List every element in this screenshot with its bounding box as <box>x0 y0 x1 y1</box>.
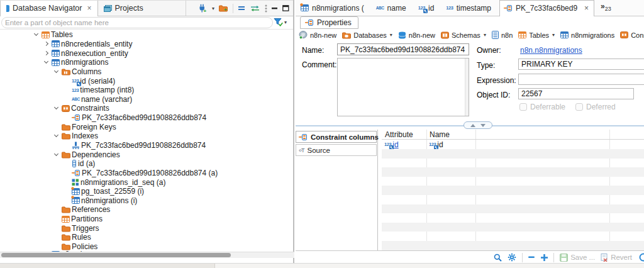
name-field[interactable] <box>337 43 469 55</box>
maximize-icon[interactable] <box>282 5 289 11</box>
editor-tab[interactable]: ABCname <box>372 0 414 16</box>
tree-item[interactable]: pg_toast_22559 (i) <box>0 187 293 196</box>
chevron-down-icon[interactable]: ▾ <box>552 32 555 38</box>
tab-properties[interactable]: Properties <box>300 16 358 29</box>
breadcrumb-item[interactable]: n8n-new <box>398 31 435 39</box>
view-menu-icon[interactable] <box>265 4 267 13</box>
editor-tab[interactable]: 123id <box>414 0 443 16</box>
chevron-down-icon[interactable]: ▾ <box>484 32 486 38</box>
tree-item[interactable]: id (a) <box>0 159 293 169</box>
table-orange-icon <box>62 216 70 223</box>
save-button[interactable]: Save ... <box>560 254 595 262</box>
collapse-arrow-icon[interactable] <box>54 133 58 137</box>
collapse-down-icon[interactable] <box>480 124 486 127</box>
tree-item[interactable]: Foreign Keys <box>0 122 293 131</box>
collapse-arrow-icon[interactable] <box>54 152 58 156</box>
new-connection-icon[interactable]: + <box>197 4 207 13</box>
breadcrumb-item[interactable]: n8n-new <box>299 31 336 39</box>
collapse-up-icon[interactable] <box>470 124 475 127</box>
tree-item-label: Indexes <box>72 131 98 140</box>
tree-item[interactable]: n8nexecution_entity <box>0 48 293 58</box>
tree-item[interactable]: Policies <box>0 242 293 252</box>
type-field[interactable] <box>518 59 644 70</box>
breadcrumb-item[interactable]: Schemas▾ <box>441 31 486 39</box>
tree-item[interactable]: ABCname (varchar) <box>0 94 293 104</box>
collapse-arrow-icon[interactable] <box>54 69 58 73</box>
owner-link[interactable]: n8n.n8nmigrations <box>520 46 582 55</box>
object-id-field[interactable] <box>518 88 634 99</box>
tree-item[interactable]: Triggers <box>0 223 293 233</box>
tab-label: PK_7c33fac6bed9 <box>516 4 577 13</box>
deferrable-checkbox[interactable]: Deferrable <box>519 103 565 111</box>
tree-item[interactable]: PK_7c33fac6bed99d1908826ddb874 (a) <box>0 169 293 178</box>
expression-field[interactable] <box>518 74 644 85</box>
tab-database-navigator[interactable]: Database Navigator × <box>0 1 98 16</box>
refresh-icon[interactable] <box>638 253 644 262</box>
tree-item[interactable]: PK_7c33fac6bed99d1908826ddb874 <box>0 141 293 150</box>
deferred-checkbox[interactable]: Deferred <box>575 103 616 111</box>
tree-item[interactable]: n8nmigrations <box>0 58 293 67</box>
collapse-all-icon[interactable] <box>238 5 245 11</box>
tree-item[interactable]: n8ncredentials_entity <box>0 40 293 49</box>
header-name[interactable]: Name <box>426 130 475 139</box>
collapse-icon[interactable] <box>528 256 535 259</box>
tree-item[interactable]: References <box>0 205 293 215</box>
editor-tab[interactable]: n8nmigrations ( <box>297 0 372 16</box>
tree-item[interactable]: Constraints <box>0 104 293 113</box>
tree-item[interactable]: n8nmigrations (i) <box>0 196 293 206</box>
tree-item[interactable]: 123id (serial4) <box>0 76 293 86</box>
attribute-cell[interactable]: 123id <box>382 140 426 149</box>
expand-arrow-icon[interactable] <box>44 51 48 55</box>
splitter-collapse-control[interactable] <box>464 121 492 129</box>
tree-item[interactable]: PK_7c33fac6bed99d1908826ddb874 <box>0 113 293 123</box>
comment-scrollbar[interactable] <box>465 59 469 116</box>
tree-item[interactable]: 123timestamp (int8) <box>0 86 293 95</box>
scrollbar-thumb[interactable] <box>1 253 231 257</box>
tree-item[interactable]: n8nmigrations_id_seq (a) <box>0 177 293 187</box>
expand-icon[interactable] <box>541 254 548 261</box>
editor-tab[interactable]: 123timestamp <box>442 0 499 16</box>
collapse-arrow-icon[interactable] <box>34 31 38 36</box>
tree-item[interactable]: Tables <box>0 30 293 40</box>
chevron-down-icon[interactable]: ▾ <box>390 32 392 38</box>
breadcrumb-item[interactable]: Constraints▾ <box>620 31 644 39</box>
gear-icon[interactable] <box>508 253 516 262</box>
tree-item[interactable]: Partitions <box>0 215 293 224</box>
expand-arrow-icon[interactable] <box>44 42 48 46</box>
close-icon[interactable]: × <box>584 4 589 13</box>
checkbox-icon[interactable] <box>575 103 583 111</box>
object-filter-input[interactable] <box>2 18 272 28</box>
comment-field[interactable] <box>337 58 469 116</box>
tree-item[interactable]: Columns <box>0 67 293 77</box>
breadcrumb-item[interactable]: Tables▾ <box>518 31 555 39</box>
editor-tab[interactable]: PK_7c33fac6bed9× <box>499 0 594 16</box>
header-attribute[interactable]: Attribute <box>382 130 426 139</box>
detail-subtab[interactable]: ‹›TSource <box>296 144 377 156</box>
tree-item[interactable]: Indexes <box>0 131 293 141</box>
breadcrumb-item[interactable]: n8nmigrations <box>560 31 614 39</box>
tab-label: id <box>428 4 434 13</box>
close-icon[interactable]: × <box>87 4 91 13</box>
tab-overflow-chevron[interactable]: »23 <box>594 0 615 16</box>
breadcrumb-item[interactable]: Databases▾ <box>342 31 392 39</box>
sequence-icon <box>72 179 79 186</box>
breadcrumb-item[interactable]: n8n <box>492 31 513 39</box>
chevron-down-icon[interactable]: ▾ <box>284 20 287 25</box>
horizontal-scrollbar[interactable] <box>0 252 294 258</box>
chevron-down-icon[interactable]: ▾ <box>212 6 214 11</box>
link-with-editor-icon[interactable] <box>250 5 260 12</box>
empty-row <box>382 159 644 168</box>
detail-subtab[interactable]: Constraint columns <box>296 131 377 143</box>
checkbox-icon[interactable] <box>519 103 527 111</box>
tab-projects[interactable]: Projects <box>98 1 186 16</box>
search-icon[interactable] <box>494 254 502 262</box>
table-row[interactable]: 123id123id <box>382 140 644 149</box>
revert-button[interactable]: Revert <box>601 254 632 262</box>
collapse-arrow-icon[interactable] <box>54 105 58 109</box>
tree-item[interactable]: Dependencies <box>0 150 293 159</box>
new-folder-icon[interactable]: + <box>219 4 228 12</box>
tree-item[interactable]: Rules <box>0 233 293 242</box>
filter-funnel-icon[interactable] <box>274 18 284 26</box>
collapse-arrow-icon[interactable] <box>44 59 48 64</box>
minimize-icon[interactable] <box>272 6 278 11</box>
